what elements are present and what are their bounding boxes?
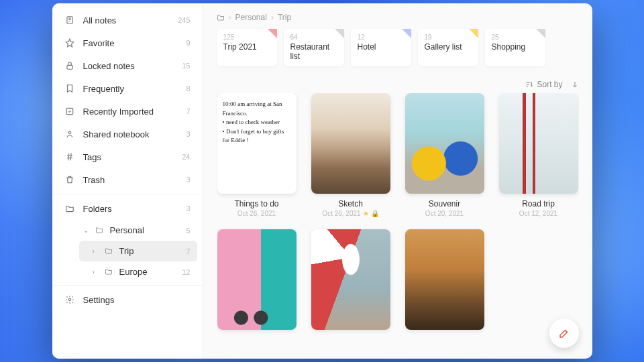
chip-corner-accent [402, 29, 411, 38]
sidebar-item-label: Frequently [83, 84, 178, 94]
star-icon [64, 38, 75, 48]
folder-icon [105, 267, 114, 277]
chip-count: 25 [492, 34, 539, 41]
chip-count: 125 [223, 34, 270, 41]
sidebar-item-count: 3 [186, 204, 190, 213]
sidebar-item-frequently[interactable]: Frequently 8 [52, 77, 203, 100]
sidebar-item-count: 3 [186, 176, 190, 184]
folder-trip[interactable]: › Trip 7 [79, 241, 197, 261]
folder-icon [95, 226, 105, 235]
note-card[interactable]: Road trip Oct 12, 2021 [498, 93, 579, 217]
lock-icon: 🔒 [371, 210, 379, 217]
note-icon [64, 15, 75, 25]
chip-title: Gallery list [425, 42, 472, 52]
notes-grid: 10:00 am arriving at San Francisco. • ne… [217, 93, 579, 337]
sidebar-item-trash[interactable]: Trash 3 [52, 168, 203, 191]
chip-count: 19 [425, 34, 472, 41]
folder-label: Personal [110, 225, 181, 235]
note-thumbnail [311, 93, 390, 194]
sidebar-item-count: 7 [186, 107, 190, 115]
chip-corner-accent [469, 29, 478, 38]
trash-icon [64, 174, 75, 185]
import-icon [64, 106, 75, 117]
sort-icon [525, 80, 533, 88]
note-title: Road trip [522, 199, 555, 208]
sort-by-button[interactable]: Sort by [525, 80, 562, 89]
note-date: Oct 26, 2021 ★ 🔒 [322, 210, 378, 217]
chip-trip-2021[interactable]: 125 Trip 2021 [217, 29, 277, 66]
chip-title: Shopping [492, 42, 539, 52]
folder-icon [105, 247, 114, 256]
breadcrumb-segment[interactable]: Trip [278, 13, 291, 22]
sidebar-divider [52, 194, 203, 194]
sidebar-item-favorite[interactable]: Favorite 9 [52, 32, 203, 54]
svg-point-3 [68, 131, 71, 134]
sidebar-item-label: Tags [83, 152, 174, 162]
note-date: Oct 26, 2021 [237, 210, 276, 217]
folder-label: Trip [119, 246, 181, 256]
note-card[interactable]: Sketch Oct 26, 2021 ★ 🔒 [311, 93, 391, 217]
chip-count: 12 [358, 34, 405, 41]
note-title: Souvenir [429, 199, 460, 208]
note-card[interactable]: 10:00 am arriving at San Francisco. • ne… [217, 93, 297, 217]
note-thumbnail [405, 93, 484, 194]
folder-icon [217, 13, 225, 21]
chip-hotel[interactable]: 12 Hotel [351, 29, 411, 66]
sort-direction-button[interactable] [571, 80, 579, 88]
note-title: Things to do [234, 199, 278, 208]
sidebar-item-tags[interactable]: Tags 24 [52, 145, 203, 168]
folder-europe[interactable]: › Europe 12 [74, 261, 203, 282]
hash-icon [64, 152, 75, 162]
gear-icon [64, 294, 75, 305]
sidebar-item-label: Recently Imported [83, 107, 178, 117]
sidebar-item-locked[interactable]: Locked notes 15 [52, 54, 203, 77]
compose-icon [558, 327, 570, 339]
note-thumbnail [499, 93, 578, 194]
breadcrumb[interactable]: › Personal › Trip [217, 13, 579, 22]
note-date: Oct 12, 2021 [519, 210, 557, 217]
lock-icon [64, 60, 75, 71]
sidebar-item-label: Locked notes [83, 61, 174, 71]
folder-count: 5 [186, 227, 190, 235]
sort-controls: Sort by [217, 80, 579, 89]
folder-icon [64, 203, 75, 214]
folder-tree: ⌄ Personal 5 › Trip 7 › Europe 12 [52, 220, 203, 282]
sidebar-item-label: Favorite [83, 38, 178, 48]
chip-corner-accent [536, 29, 545, 38]
sidebar-item-label: Folders [83, 204, 178, 214]
sidebar-item-settings[interactable]: Settings [52, 288, 203, 311]
note-card[interactable] [311, 229, 391, 330]
sidebar-item-all-notes[interactable]: All notes 245 [52, 9, 203, 32]
note-card[interactable] [405, 229, 485, 330]
svg-rect-1 [66, 65, 72, 69]
sidebar-item-folders[interactable]: Folders 3 [52, 197, 203, 220]
sidebar-item-count: 15 [182, 62, 190, 70]
sidebar: All notes 245 Favorite 9 Locked notes 15… [52, 3, 203, 359]
sidebar-item-shared[interactable]: Shared notebook 3 [52, 123, 203, 145]
folder-personal[interactable]: ⌄ Personal 5 [64, 220, 203, 241]
sidebar-item-count: 24 [182, 153, 190, 161]
chip-corner-accent [268, 29, 277, 38]
chip-gallery-list[interactable]: 19 Gallery list [418, 29, 478, 66]
note-thumbnail: 10:00 am arriving at San Francisco. • ne… [217, 93, 297, 194]
chip-restaurant-list[interactable]: 64 Restaurant list [284, 29, 344, 66]
app-window: All notes 245 Favorite 9 Locked notes 15… [52, 3, 592, 359]
sidebar-item-count: 8 [186, 84, 190, 93]
chevron-down-icon: ⌄ [83, 227, 90, 234]
sidebar-item-imported[interactable]: Recently Imported 7 [52, 100, 203, 123]
sidebar-item-label: Trash [83, 175, 178, 185]
sidebar-divider [52, 285, 203, 286]
chip-corner-accent [335, 29, 344, 38]
svg-point-4 [68, 298, 71, 301]
folder-label: Europe [119, 267, 177, 277]
note-card[interactable]: Souvenir Oct 20, 2021 [405, 93, 485, 217]
breadcrumb-segment[interactable]: Personal [235, 13, 267, 22]
notebook-chips: 125 Trip 2021 64 Restaurant list 12 Hote… [217, 29, 579, 66]
chevron-right-icon: › [93, 268, 99, 276]
chip-shopping[interactable]: 25 Shopping [485, 29, 545, 66]
sidebar-item-count: 3 [186, 130, 190, 138]
folder-count: 7 [186, 247, 190, 255]
new-note-button[interactable] [549, 318, 579, 348]
note-card[interactable] [217, 229, 297, 330]
share-icon [64, 129, 75, 139]
